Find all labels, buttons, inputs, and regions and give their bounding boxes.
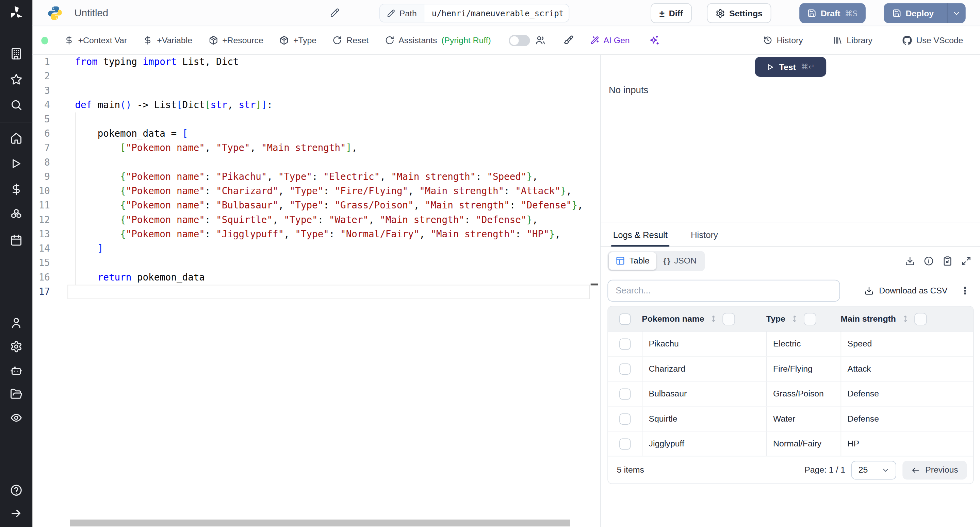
test-button[interactable]: Test ⌘↵ bbox=[755, 57, 826, 77]
favorites-star-icon[interactable] bbox=[10, 73, 22, 86]
people-icon[interactable] bbox=[535, 35, 545, 46]
table-row[interactable]: SquirtleWaterDefense bbox=[608, 406, 973, 432]
line-number: 10 bbox=[33, 184, 50, 198]
runs-play-icon[interactable] bbox=[10, 157, 22, 170]
code-line[interactable]: 5 bbox=[33, 113, 600, 127]
code-line[interactable]: 10 {"Pokemon name": "Charizard", "Type":… bbox=[33, 184, 600, 198]
history-button[interactable]: History bbox=[763, 36, 803, 45]
windmill-logo[interactable] bbox=[0, 0, 33, 26]
home-icon[interactable] bbox=[10, 132, 22, 144]
expand-sidebar-arrow-icon[interactable] bbox=[10, 507, 22, 519]
previous-page-button[interactable]: Previous bbox=[903, 461, 967, 479]
add-resource-label: +Resource bbox=[222, 36, 263, 45]
code-line[interactable]: 9 {"Pokemon name": "Pikachu", "Type": "E… bbox=[33, 170, 600, 184]
format-brush-icon[interactable] bbox=[563, 35, 573, 46]
column-header: Main strength bbox=[840, 314, 896, 324]
code-line[interactable]: 15 bbox=[33, 256, 600, 270]
tab-history[interactable]: History bbox=[691, 230, 718, 246]
sort-icon[interactable] bbox=[901, 315, 909, 323]
library-button[interactable]: Library bbox=[833, 36, 872, 45]
users-person-icon[interactable] bbox=[10, 316, 22, 329]
row-checkbox[interactable] bbox=[619, 363, 630, 375]
download-result-icon[interactable] bbox=[905, 256, 915, 265]
horizontal-scrollbar[interactable] bbox=[70, 519, 570, 526]
column-filter-pill[interactable] bbox=[914, 313, 927, 325]
resources-cubes-icon[interactable] bbox=[10, 208, 22, 221]
code-line[interactable]: 14 ] bbox=[33, 242, 600, 256]
code-line[interactable]: 7 ["Pokemon name", "Type", "Main strengt… bbox=[33, 141, 600, 156]
sparkles-icon[interactable] bbox=[649, 35, 659, 46]
path-field[interactable]: Path u/henri/maneuverable_script bbox=[379, 4, 569, 22]
view-table-button[interactable]: Table bbox=[609, 252, 656, 269]
add-variable-button[interactable]: +Variable bbox=[143, 36, 192, 45]
tab-logs-result[interactable]: Logs & Result bbox=[613, 230, 668, 246]
workers-robot-icon[interactable] bbox=[10, 364, 22, 377]
code-line[interactable]: 1from typing import List, Dict bbox=[33, 55, 600, 69]
path-label: Path bbox=[399, 8, 417, 18]
table-row[interactable]: JigglypuffNormal/FairyHP bbox=[608, 432, 973, 456]
audit-eye-icon[interactable] bbox=[10, 411, 22, 424]
add-context-var-button[interactable]: +Context Var bbox=[64, 36, 127, 45]
code-line[interactable]: 11 {"Pokemon name": "Bulbasaur", "Type":… bbox=[33, 198, 600, 213]
download-csv-button[interactable]: Download as CSV bbox=[865, 286, 947, 295]
page-size-select[interactable]: 25 bbox=[851, 461, 896, 479]
view-toggle: Table { } JSON bbox=[608, 251, 705, 271]
copy-clipboard-icon[interactable] bbox=[943, 256, 953, 265]
row-checkbox[interactable] bbox=[619, 438, 630, 449]
add-type-label: +Type bbox=[293, 36, 317, 45]
row-checkbox[interactable] bbox=[619, 413, 630, 424]
code-line[interactable]: 6 pokemon_data = [ bbox=[33, 127, 600, 141]
kebab-menu-icon[interactable]: ⋮ bbox=[960, 284, 970, 297]
code-line[interactable]: 3 bbox=[33, 84, 600, 98]
code-line[interactable]: 8 bbox=[33, 156, 600, 170]
draft-button[interactable]: Draft ⌘S bbox=[799, 3, 865, 23]
chevron-down-icon bbox=[882, 466, 889, 474]
info-icon[interactable] bbox=[924, 256, 934, 265]
ai-gen-button[interactable]: AI Gen bbox=[590, 36, 630, 45]
settings-gear-icon[interactable] bbox=[10, 340, 22, 353]
deploy-dropdown-button[interactable] bbox=[947, 3, 966, 23]
dollar-icon bbox=[64, 36, 74, 45]
braces-icon: { } bbox=[663, 256, 670, 265]
table-footer: 5 items Page: 1 / 1 25 Previous bbox=[608, 457, 973, 484]
table-row[interactable]: BulbasaurGrass/PoisonDefense bbox=[608, 381, 973, 406]
assistants-button[interactable]: Assistants (Pyright Ruff) bbox=[385, 36, 491, 45]
expand-icon[interactable] bbox=[961, 256, 971, 265]
add-type-button[interactable]: +Type bbox=[280, 36, 317, 45]
search-input[interactable] bbox=[608, 279, 840, 301]
code-editor[interactable]: 1from typing import List, Dict234def mai… bbox=[33, 55, 600, 527]
view-json-button[interactable]: { } JSON bbox=[656, 252, 703, 269]
reset-button[interactable]: Reset bbox=[333, 36, 369, 45]
line-number: 3 bbox=[33, 84, 50, 98]
windmill-logo-icon bbox=[8, 5, 24, 21]
variables-dollar-icon[interactable] bbox=[10, 183, 22, 195]
table-row[interactable]: CharizardFire/FlyingAttack bbox=[608, 357, 973, 381]
code-line[interactable]: 2 bbox=[33, 69, 600, 84]
sort-icon[interactable] bbox=[709, 315, 717, 323]
multiplayer-toggle[interactable] bbox=[508, 35, 530, 46]
code-line[interactable]: 16 return pokemon_data bbox=[33, 270, 600, 284]
line-number: 6 bbox=[33, 127, 50, 141]
workspace-building-icon[interactable] bbox=[10, 48, 22, 60]
deploy-button[interactable]: Deploy bbox=[884, 3, 966, 23]
diff-button[interactable]: ± Diff bbox=[651, 3, 692, 23]
folders-icon[interactable] bbox=[10, 388, 22, 400]
edit-summary-pencil-icon[interactable] bbox=[330, 8, 340, 17]
schedules-calendar-icon[interactable] bbox=[10, 234, 22, 247]
code-line[interactable]: 12 {"Pokemon name": "Squirtle", "Type": … bbox=[33, 213, 600, 227]
code-line[interactable]: 13 {"Pokemon name": "Jigglypuff", "Type"… bbox=[33, 227, 600, 242]
table-row[interactable]: PikachuElectricSpeed bbox=[608, 332, 973, 356]
row-checkbox[interactable] bbox=[619, 388, 630, 400]
settings-button[interactable]: Settings bbox=[707, 3, 772, 23]
search-icon[interactable] bbox=[10, 98, 22, 111]
code-line[interactable]: 4def main() -> List[Dict[str, str]]: bbox=[33, 98, 600, 112]
row-checkbox[interactable] bbox=[619, 338, 630, 349]
help-icon[interactable] bbox=[10, 484, 22, 497]
column-filter-pill[interactable] bbox=[803, 313, 816, 325]
use-vscode-button[interactable]: Use VScode bbox=[902, 36, 963, 45]
add-resource-button[interactable]: +Resource bbox=[208, 36, 263, 45]
column-filter-pill[interactable] bbox=[722, 313, 735, 325]
select-all-checkbox[interactable] bbox=[619, 313, 630, 324]
table-cell: Fire/Flying bbox=[766, 357, 841, 381]
sort-icon[interactable] bbox=[791, 315, 799, 323]
